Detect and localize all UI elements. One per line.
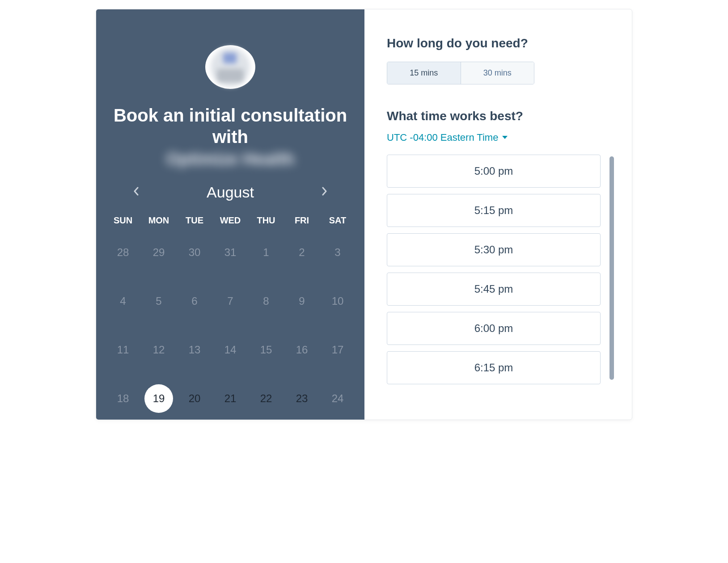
next-month-button[interactable] <box>317 183 331 202</box>
day-of-week-label: FRI <box>284 215 320 226</box>
booking-widget: Book an initial consultation with Optimi… <box>96 9 632 420</box>
chevron-right-icon <box>321 187 327 196</box>
caret-down-icon <box>502 135 508 140</box>
time-heading: What time works best? <box>387 109 614 123</box>
calendar-day: 13 <box>177 337 212 362</box>
duration-toggle: 15 mins30 mins <box>387 62 534 84</box>
calendar-day: 5 <box>141 289 177 314</box>
calendar-day: 4 <box>105 289 141 314</box>
day-of-week-header: SUNMONTUEWEDTHUFRISAT <box>105 215 356 226</box>
time-panel: How long do you need? 15 mins30 mins Wha… <box>364 9 632 420</box>
calendar-day[interactable]: 23 <box>284 386 320 411</box>
timezone-label: UTC -04:00 Eastern Time <box>387 132 498 143</box>
calendar-day: 7 <box>212 289 248 314</box>
calendar-day: 31 <box>212 240 248 265</box>
time-slot[interactable]: 6:00 pm <box>387 312 601 345</box>
day-of-week-label: THU <box>248 215 284 226</box>
calendar-day: 2 <box>284 240 320 265</box>
month-nav: August <box>130 183 331 202</box>
calendar-panel: Book an initial consultation with Optimi… <box>96 9 364 420</box>
calendar-day: 3 <box>320 240 356 265</box>
calendar-day: 14 <box>212 337 248 362</box>
title-line-2-blurred: Optimize Health <box>166 149 294 170</box>
calendar-day: 11 <box>105 337 141 362</box>
time-slot[interactable]: 5:00 pm <box>387 155 601 188</box>
calendar-day: 18 <box>105 386 141 411</box>
calendar-day: 12 <box>141 337 177 362</box>
calendar-week: 18192021222324 <box>105 384 356 413</box>
calendar-day[interactable]: 22 <box>248 386 284 411</box>
calendar-day[interactable]: 19 <box>144 384 173 413</box>
prev-month-button[interactable] <box>130 183 143 202</box>
time-slot[interactable]: 5:15 pm <box>387 194 601 227</box>
time-slots-list[interactable]: 5:00 pm5:15 pm5:30 pm5:45 pm6:00 pm6:15 … <box>387 155 609 387</box>
calendar: SUNMONTUEWEDTHUFRISAT 282930311234567891… <box>105 215 356 420</box>
day-of-week-label: SAT <box>320 215 356 226</box>
calendar-week: 28293031123 <box>105 238 356 267</box>
time-slot[interactable]: 5:45 pm <box>387 273 601 306</box>
time-slots-container: 5:00 pm5:15 pm5:30 pm5:45 pm6:00 pm6:15 … <box>387 155 614 402</box>
day-of-week-label: WED <box>212 215 248 226</box>
calendar-day: 6 <box>177 289 212 314</box>
calendar-day: 10 <box>320 289 356 314</box>
time-slot[interactable]: 5:30 pm <box>387 233 601 266</box>
month-label: August <box>207 184 254 201</box>
time-slot[interactable]: 6:15 pm <box>387 351 601 384</box>
timezone-selector[interactable]: UTC -04:00 Eastern Time <box>387 132 614 143</box>
avatar-image <box>211 47 250 87</box>
day-of-week-label: SUN <box>105 215 141 226</box>
calendar-day: 15 <box>248 337 284 362</box>
calendar-week: 45678910 <box>105 287 356 315</box>
calendar-day[interactable]: 21 <box>212 386 248 411</box>
calendar-day[interactable]: 20 <box>177 386 212 411</box>
duration-option[interactable]: 15 mins <box>387 62 461 84</box>
calendar-day: 1 <box>248 240 284 265</box>
avatar <box>205 45 255 89</box>
duration-heading: How long do you need? <box>387 36 614 50</box>
calendar-day: 8 <box>248 289 284 314</box>
duration-option[interactable]: 30 mins <box>461 62 534 84</box>
calendar-weeks: 2829303112345678910111213141516171819202… <box>105 238 356 420</box>
calendar-day: 24 <box>320 386 356 411</box>
page-title: Book an initial consultation with Optimi… <box>96 105 364 170</box>
day-of-week-label: TUE <box>177 215 212 226</box>
calendar-day: 30 <box>177 240 212 265</box>
title-line-1: Book an initial consultation with <box>114 105 347 147</box>
calendar-day: 28 <box>105 240 141 265</box>
calendar-day: 16 <box>284 337 320 362</box>
day-of-week-label: MON <box>141 215 177 226</box>
scrollbar[interactable] <box>609 156 614 380</box>
calendar-day: 29 <box>141 240 177 265</box>
chevron-left-icon <box>133 187 140 196</box>
calendar-day: 17 <box>320 337 356 362</box>
calendar-day: 9 <box>284 289 320 314</box>
calendar-week: 11121314151617 <box>105 336 356 364</box>
